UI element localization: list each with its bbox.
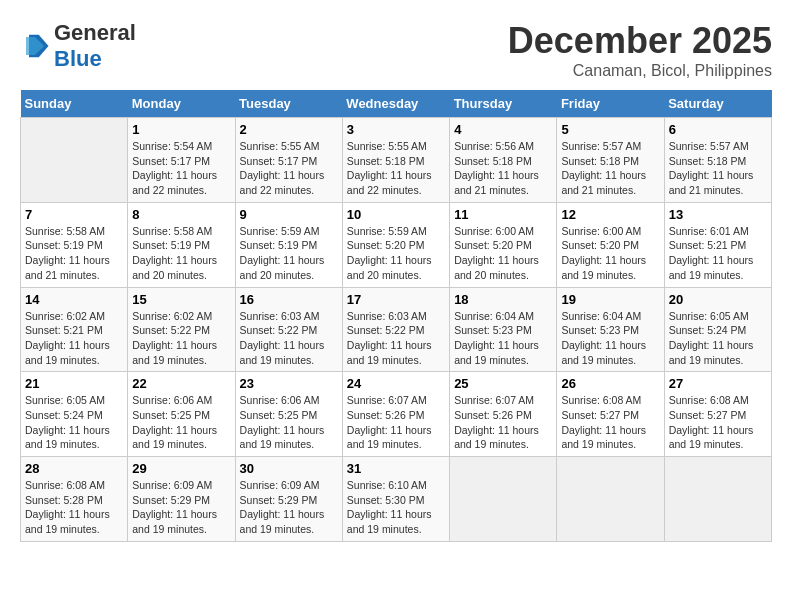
day-number: 27 [669,376,767,391]
day-info: Sunrise: 6:05 AM Sunset: 5:24 PM Dayligh… [25,393,123,452]
day-info: Sunrise: 6:00 AM Sunset: 5:20 PM Dayligh… [561,224,659,283]
day-number: 18 [454,292,552,307]
calendar-cell: 18Sunrise: 6:04 AM Sunset: 5:23 PM Dayli… [450,287,557,372]
day-number: 8 [132,207,230,222]
weekday-header-monday: Monday [128,90,235,118]
day-number: 14 [25,292,123,307]
day-number: 3 [347,122,445,137]
day-info: Sunrise: 6:04 AM Sunset: 5:23 PM Dayligh… [561,309,659,368]
calendar-cell: 10Sunrise: 5:59 AM Sunset: 5:20 PM Dayli… [342,202,449,287]
calendar-cell: 11Sunrise: 6:00 AM Sunset: 5:20 PM Dayli… [450,202,557,287]
day-number: 13 [669,207,767,222]
day-info: Sunrise: 5:55 AM Sunset: 5:17 PM Dayligh… [240,139,338,198]
calendar-cell: 8Sunrise: 5:58 AM Sunset: 5:19 PM Daylig… [128,202,235,287]
calendar-week-row: 1Sunrise: 5:54 AM Sunset: 5:17 PM Daylig… [21,118,772,203]
day-number: 22 [132,376,230,391]
logo-blue-text: Blue [54,46,102,71]
weekday-header-friday: Friday [557,90,664,118]
calendar-cell: 24Sunrise: 6:07 AM Sunset: 5:26 PM Dayli… [342,372,449,457]
day-info: Sunrise: 6:02 AM Sunset: 5:21 PM Dayligh… [25,309,123,368]
calendar-cell: 14Sunrise: 6:02 AM Sunset: 5:21 PM Dayli… [21,287,128,372]
page-header: General Blue December 2025 Canaman, Bico… [20,20,772,80]
title-block: December 2025 Canaman, Bicol, Philippine… [508,20,772,80]
day-number: 20 [669,292,767,307]
day-number: 29 [132,461,230,476]
day-number: 17 [347,292,445,307]
day-info: Sunrise: 6:07 AM Sunset: 5:26 PM Dayligh… [347,393,445,452]
calendar-cell: 22Sunrise: 6:06 AM Sunset: 5:25 PM Dayli… [128,372,235,457]
day-number: 30 [240,461,338,476]
calendar-cell: 12Sunrise: 6:00 AM Sunset: 5:20 PM Dayli… [557,202,664,287]
calendar-cell: 26Sunrise: 6:08 AM Sunset: 5:27 PM Dayli… [557,372,664,457]
day-info: Sunrise: 5:59 AM Sunset: 5:20 PM Dayligh… [347,224,445,283]
calendar-cell: 27Sunrise: 6:08 AM Sunset: 5:27 PM Dayli… [664,372,771,457]
calendar-cell: 28Sunrise: 6:08 AM Sunset: 5:28 PM Dayli… [21,457,128,542]
calendar-cell: 23Sunrise: 6:06 AM Sunset: 5:25 PM Dayli… [235,372,342,457]
day-number: 25 [454,376,552,391]
day-info: Sunrise: 5:57 AM Sunset: 5:18 PM Dayligh… [669,139,767,198]
location-subtitle: Canaman, Bicol, Philippines [508,62,772,80]
calendar-cell: 5Sunrise: 5:57 AM Sunset: 5:18 PM Daylig… [557,118,664,203]
calendar-cell: 13Sunrise: 6:01 AM Sunset: 5:21 PM Dayli… [664,202,771,287]
day-info: Sunrise: 5:56 AM Sunset: 5:18 PM Dayligh… [454,139,552,198]
day-number: 15 [132,292,230,307]
weekday-header-saturday: Saturday [664,90,771,118]
calendar-cell: 17Sunrise: 6:03 AM Sunset: 5:22 PM Dayli… [342,287,449,372]
calendar-cell: 7Sunrise: 5:58 AM Sunset: 5:19 PM Daylig… [21,202,128,287]
weekday-header-sunday: Sunday [21,90,128,118]
day-info: Sunrise: 6:08 AM Sunset: 5:27 PM Dayligh… [669,393,767,452]
day-info: Sunrise: 6:00 AM Sunset: 5:20 PM Dayligh… [454,224,552,283]
calendar-cell: 19Sunrise: 6:04 AM Sunset: 5:23 PM Dayli… [557,287,664,372]
day-number: 2 [240,122,338,137]
calendar-cell: 1Sunrise: 5:54 AM Sunset: 5:17 PM Daylig… [128,118,235,203]
calendar-cell: 2Sunrise: 5:55 AM Sunset: 5:17 PM Daylig… [235,118,342,203]
day-number: 19 [561,292,659,307]
calendar-cell: 20Sunrise: 6:05 AM Sunset: 5:24 PM Dayli… [664,287,771,372]
day-number: 26 [561,376,659,391]
calendar-week-row: 14Sunrise: 6:02 AM Sunset: 5:21 PM Dayli… [21,287,772,372]
logo-icon [20,31,50,61]
calendar-week-row: 21Sunrise: 6:05 AM Sunset: 5:24 PM Dayli… [21,372,772,457]
day-number: 16 [240,292,338,307]
weekday-header-row: SundayMondayTuesdayWednesdayThursdayFrid… [21,90,772,118]
calendar-cell: 31Sunrise: 6:10 AM Sunset: 5:30 PM Dayli… [342,457,449,542]
calendar-cell [21,118,128,203]
day-info: Sunrise: 6:02 AM Sunset: 5:22 PM Dayligh… [132,309,230,368]
day-info: Sunrise: 6:07 AM Sunset: 5:26 PM Dayligh… [454,393,552,452]
day-number: 4 [454,122,552,137]
day-info: Sunrise: 6:06 AM Sunset: 5:25 PM Dayligh… [132,393,230,452]
day-number: 11 [454,207,552,222]
calendar-cell: 3Sunrise: 5:55 AM Sunset: 5:18 PM Daylig… [342,118,449,203]
calendar-cell: 6Sunrise: 5:57 AM Sunset: 5:18 PM Daylig… [664,118,771,203]
weekday-header-thursday: Thursday [450,90,557,118]
day-info: Sunrise: 6:03 AM Sunset: 5:22 PM Dayligh… [347,309,445,368]
month-title: December 2025 [508,20,772,62]
calendar-cell: 15Sunrise: 6:02 AM Sunset: 5:22 PM Dayli… [128,287,235,372]
calendar-cell: 4Sunrise: 5:56 AM Sunset: 5:18 PM Daylig… [450,118,557,203]
day-number: 1 [132,122,230,137]
weekday-header-tuesday: Tuesday [235,90,342,118]
day-info: Sunrise: 6:09 AM Sunset: 5:29 PM Dayligh… [132,478,230,537]
day-info: Sunrise: 5:54 AM Sunset: 5:17 PM Dayligh… [132,139,230,198]
weekday-header-wednesday: Wednesday [342,90,449,118]
day-number: 5 [561,122,659,137]
day-number: 21 [25,376,123,391]
day-number: 6 [669,122,767,137]
day-number: 23 [240,376,338,391]
day-info: Sunrise: 5:58 AM Sunset: 5:19 PM Dayligh… [132,224,230,283]
day-info: Sunrise: 6:03 AM Sunset: 5:22 PM Dayligh… [240,309,338,368]
calendar-cell: 29Sunrise: 6:09 AM Sunset: 5:29 PM Dayli… [128,457,235,542]
day-number: 28 [25,461,123,476]
day-number: 12 [561,207,659,222]
day-info: Sunrise: 5:55 AM Sunset: 5:18 PM Dayligh… [347,139,445,198]
calendar-cell [557,457,664,542]
day-info: Sunrise: 6:08 AM Sunset: 5:27 PM Dayligh… [561,393,659,452]
calendar-week-row: 7Sunrise: 5:58 AM Sunset: 5:19 PM Daylig… [21,202,772,287]
day-info: Sunrise: 6:09 AM Sunset: 5:29 PM Dayligh… [240,478,338,537]
day-number: 31 [347,461,445,476]
logo-general-text: General [54,20,136,45]
day-number: 24 [347,376,445,391]
calendar-cell: 30Sunrise: 6:09 AM Sunset: 5:29 PM Dayli… [235,457,342,542]
day-info: Sunrise: 5:57 AM Sunset: 5:18 PM Dayligh… [561,139,659,198]
day-info: Sunrise: 5:58 AM Sunset: 5:19 PM Dayligh… [25,224,123,283]
